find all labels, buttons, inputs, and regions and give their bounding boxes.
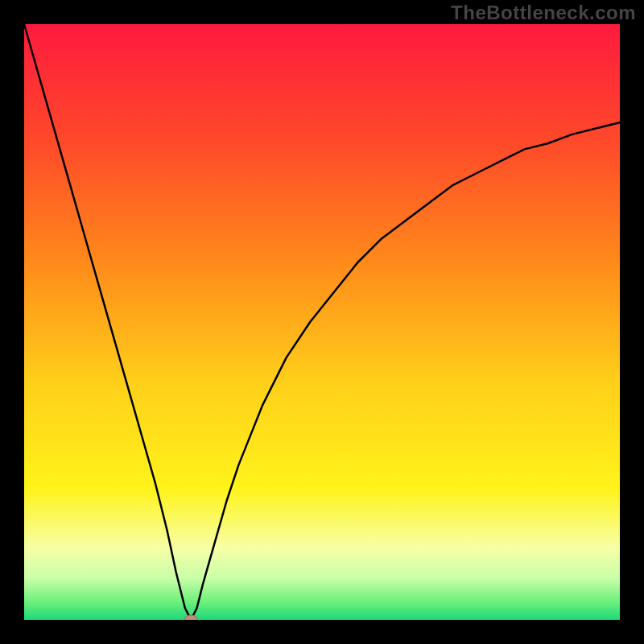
plot-area: [24, 24, 620, 620]
chart-frame: TheBottleneck.com: [0, 0, 644, 644]
bottleneck-chart-svg: [24, 24, 620, 620]
gradient-background: [24, 24, 620, 620]
watermark-text: TheBottleneck.com: [451, 2, 636, 24]
